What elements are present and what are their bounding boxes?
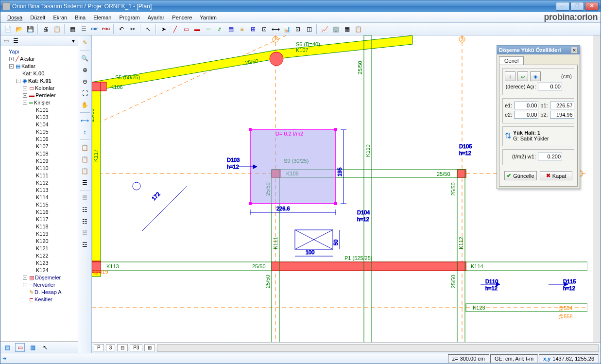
tree-beam-item[interactable]: K106	[30, 136, 77, 143]
list6-tool[interactable]: ☲	[80, 240, 90, 250]
grid-button[interactable]: ▦	[67, 24, 78, 35]
zoom-fit-tool[interactable]: ⛶	[80, 88, 90, 99]
tree-kirisler[interactable]: Kirişler	[34, 99, 51, 106]
e1-input[interactable]	[514, 102, 538, 109]
maximize-button[interactable]: ☐	[570, 2, 584, 11]
tree-beam-item[interactable]: K103	[30, 114, 77, 121]
pbc-button[interactable]: PBC	[101, 24, 111, 35]
canvas-vscroll[interactable]	[593, 35, 601, 342]
analysis-button[interactable]: 📈	[319, 24, 330, 35]
tree-nervurler[interactable]: Nervürler	[33, 281, 55, 289]
axis-tool[interactable]: ╱	[170, 24, 180, 35]
tab-pointer-icon[interactable]: ↖	[40, 343, 50, 352]
menu-yardim[interactable]: Yardım	[196, 14, 221, 21]
tree-beam-item[interactable]: K118	[30, 223, 77, 230]
tree-beam-item[interactable]: K108	[30, 150, 77, 157]
tree-dhesap[interactable]: D. Hesap A	[34, 289, 62, 296]
close-button[interactable]: ✕	[585, 2, 599, 11]
pencil-tool[interactable]: ✎	[80, 37, 90, 48]
tab-model-icon[interactable]: ▦	[28, 343, 37, 352]
redo-button[interactable]: ✂	[127, 24, 138, 35]
section-tool[interactable]: ⊡	[292, 24, 303, 35]
guncelle-button[interactable]: ✔Güncelle	[504, 171, 537, 180]
zoom-in-tool[interactable]: ⊕	[80, 65, 90, 75]
tree-kolonlar[interactable]: Kolonlar	[35, 85, 54, 92]
tree-perdeler[interactable]: Perdeler	[35, 92, 56, 99]
minimize-button[interactable]: —	[556, 2, 569, 11]
tree-beam-item[interactable]: K109	[30, 157, 77, 165]
menu-ekran[interactable]: Ekran	[49, 14, 71, 21]
open-file-button[interactable]: 📂	[14, 24, 24, 35]
up-down-icon[interactable]: ⇅	[505, 131, 511, 140]
new-file-button[interactable]: 📄	[2, 24, 13, 35]
beam2-tool[interactable]: ⫽	[214, 24, 225, 35]
tree-dosemeler[interactable]: Döşemeler	[35, 274, 61, 281]
tree-kesitler[interactable]: Kesitler	[34, 296, 52, 303]
zoom-tool[interactable]: 🔍	[80, 53, 90, 64]
menu-pencere[interactable]: Pencere	[168, 14, 196, 21]
list1-tool[interactable]: ☰	[80, 177, 90, 188]
tree-beam-item[interactable]: K116	[30, 208, 77, 216]
tab-plan-icon[interactable]: ▭	[15, 343, 25, 352]
tree-root[interactable]: Yapı	[9, 48, 19, 55]
chart-tool[interactable]: 📊	[281, 24, 292, 35]
b1-input[interactable]	[550, 102, 574, 109]
menu-bina[interactable]: Bina	[71, 14, 89, 21]
list5-tool[interactable]: ☱	[80, 228, 90, 239]
tree-beam-item[interactable]: K121	[30, 245, 77, 252]
tree-katlar[interactable]: Katlar	[21, 63, 35, 70]
beam-tool[interactable]: ═	[203, 24, 214, 35]
copy-button[interactable]: 📋	[52, 24, 62, 35]
copy-tool[interactable]: 📋	[80, 142, 90, 153]
dim-v-tool[interactable]: ↕	[80, 127, 90, 138]
building-button[interactable]: 🏢	[330, 24, 341, 35]
tree-beam-item[interactable]: K113	[30, 187, 77, 194]
tree-kat01[interactable]: Kat: K.01	[28, 77, 52, 85]
list2-tool[interactable]: ☰	[80, 193, 90, 204]
tab-genel[interactable]: Genel	[499, 56, 524, 65]
tree-beam-item[interactable]: K101	[30, 106, 77, 114]
list4-tool[interactable]: ☷	[80, 216, 90, 227]
panel-close-button[interactable]: ×	[571, 47, 578, 53]
e2-input[interactable]	[514, 111, 538, 119]
tree-view-icon[interactable]: ☰	[11, 36, 20, 45]
tree-beam-item[interactable]: K123	[30, 260, 77, 267]
dim-tool[interactable]: ⟷	[270, 24, 281, 35]
tree-plan-icon[interactable]: ▭	[1, 36, 10, 45]
pan-tool[interactable]: ✋	[80, 100, 90, 110]
view-tab-split1[interactable]: ⊟	[117, 344, 128, 351]
slab-tool[interactable]: ▤	[225, 24, 236, 35]
plan-canvas[interactable]: 2 3 C B K106 S5 (50/25) 25/50 K10	[92, 35, 593, 342]
3d-tool[interactable]: ◫	[304, 24, 314, 35]
tab-structure-icon[interactable]: ▤	[2, 343, 12, 352]
list3-tool[interactable]: ☷	[80, 205, 90, 215]
iso-icon[interactable]: ◈	[530, 71, 541, 81]
view-tab-p3[interactable]: P3	[130, 344, 142, 351]
dim-h-tool[interactable]: ⟷	[80, 115, 90, 126]
tree-beam-item[interactable]: K111	[30, 172, 77, 179]
arrow-down-icon[interactable]: ↓	[505, 71, 515, 81]
tree-kat00[interactable]: Kat: K.00	[22, 70, 44, 77]
menu-program[interactable]: Program	[115, 14, 143, 21]
menu-ayarlar[interactable]: Ayarlar	[144, 14, 169, 21]
save-button[interactable]: 💾	[25, 24, 35, 35]
b2-input[interactable]	[550, 111, 574, 119]
menu-eleman[interactable]: Eleman	[89, 14, 115, 21]
pointer-tool[interactable]: ➤	[158, 24, 169, 35]
kapat-button[interactable]: ✖Kapat	[540, 171, 572, 180]
opening-tool[interactable]: ⊡	[259, 24, 270, 35]
angle-input[interactable]	[538, 83, 562, 90]
tree-akslar[interactable]: Akslar	[20, 55, 35, 63]
strip-icon[interactable]: ▱	[517, 71, 528, 81]
tree-beam-item[interactable]: K112	[30, 179, 77, 187]
tree-beam-item[interactable]: K107	[30, 143, 77, 150]
copy2-tool[interactable]: 📋	[80, 154, 90, 165]
tree-beam-item[interactable]: K124	[30, 267, 77, 274]
menu-duzelt[interactable]: Düzelt	[26, 14, 49, 21]
table-button[interactable]: ▦	[342, 24, 352, 35]
tree-beam-item[interactable]: K104	[30, 121, 77, 128]
tree-beam-item[interactable]: K110	[30, 165, 77, 172]
tree-beam-item[interactable]: K120	[30, 238, 77, 245]
tree-beam-item[interactable]: K119	[30, 230, 77, 238]
view-tab-3[interactable]: 3	[106, 344, 116, 351]
